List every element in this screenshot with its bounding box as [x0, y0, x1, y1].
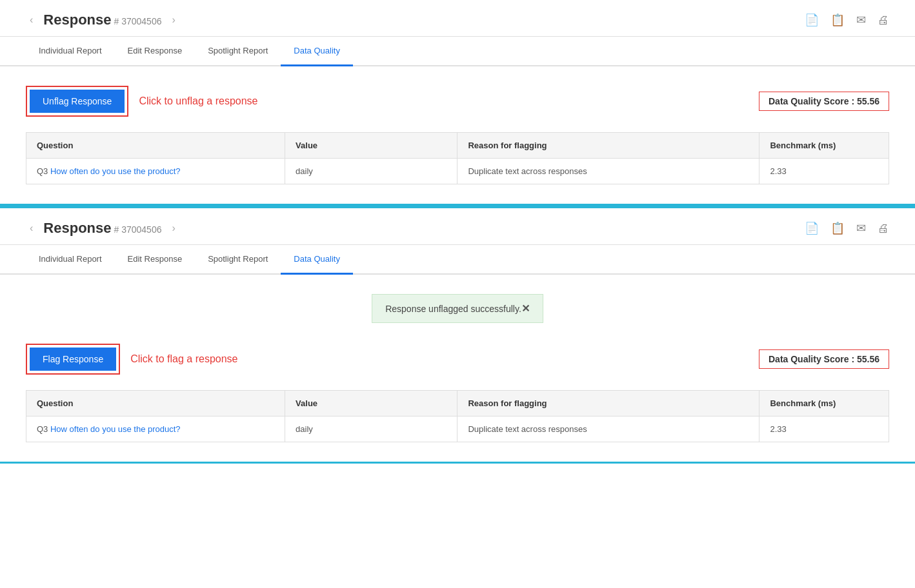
flag-hint: Click to flag a response	[130, 353, 237, 365]
header-actions: 📄 📋 ✉ 🖨	[805, 13, 889, 27]
prev-arrow[interactable]: ‹	[26, 13, 37, 27]
th-question-2: Question	[26, 391, 285, 416]
score-label: Data Quality Score	[769, 96, 849, 106]
unflag-hint: Click to unflag a response	[139, 95, 257, 107]
print-icon[interactable]: 🖨	[878, 14, 889, 27]
tab-spotlight[interactable]: Spotlight Report	[195, 37, 281, 66]
question-prefix: Q3	[37, 166, 50, 176]
notification-close[interactable]: ✕	[521, 302, 530, 315]
th-benchmark-2: Benchmark (ms)	[759, 391, 889, 416]
score-value: 55.56	[857, 96, 880, 106]
table-row-2: Q3 How often do you use the product? dai…	[26, 416, 889, 442]
content-before: Unflag Response Click to unflag a respon…	[0, 66, 915, 204]
header-nav-left-2: ‹ Response# 37004506 ›	[26, 220, 179, 237]
success-notification: Response unflagged successfully. ✕	[372, 294, 543, 323]
score-label-2: Data Quality Score	[769, 354, 849, 364]
flag-response-button[interactable]: Flag Response	[30, 348, 116, 371]
pdf-icon-2[interactable]: 📄	[805, 221, 819, 235]
tab-dataquality-2[interactable]: Data Quality	[281, 245, 353, 275]
action-row-after: Flag Response Click to flag a response D…	[26, 344, 889, 375]
score-separator: :	[849, 96, 857, 106]
response-label-2: Response	[43, 220, 111, 236]
pdf-icon[interactable]: 📄	[805, 13, 819, 27]
tab-edit-2[interactable]: Edit Response	[115, 245, 196, 275]
prev-arrow-2[interactable]: ‹	[26, 221, 37, 235]
excel-icon[interactable]: 📋	[830, 13, 845, 27]
tab-individual[interactable]: Individual Report	[26, 37, 115, 66]
response-label: Response	[43, 12, 111, 28]
table-row: Q3 How often do you use the product? dai…	[26, 159, 889, 184]
header-after: ‹ Response# 37004506 › 📄 📋 ✉ 🖨	[0, 208, 915, 245]
next-arrow-2[interactable]: ›	[168, 221, 179, 235]
email-icon-2[interactable]: ✉	[856, 221, 866, 235]
th-value: Value	[285, 133, 458, 159]
panel-after: ‹ Response# 37004506 › 📄 📋 ✉ 🖨 Individua…	[0, 208, 915, 464]
action-left-after: Flag Response Click to flag a response	[26, 344, 237, 375]
email-icon[interactable]: ✉	[856, 13, 866, 27]
score-value-2: 55.56	[857, 354, 880, 364]
th-reason: Reason for flagging	[458, 133, 759, 159]
cell-value-2: daily	[285, 416, 458, 442]
action-left-before: Unflag Response Click to unflag a respon…	[26, 86, 258, 117]
tab-dataquality[interactable]: Data Quality	[281, 37, 353, 66]
header-nav-left: ‹ Response# 37004506 ›	[26, 12, 179, 28]
cell-benchmark: 2.33	[759, 159, 889, 184]
unflag-button-box: Unflag Response	[26, 86, 128, 117]
question-link-2[interactable]: How often do you use the product?	[50, 424, 181, 434]
th-reason-2: Reason for flagging	[458, 391, 759, 416]
notification-text: Response unflagged successfully.	[385, 304, 521, 314]
flag-button-box: Flag Response	[26, 344, 120, 375]
cell-question: Q3 How often do you use the product?	[26, 159, 285, 184]
excel-icon-2[interactable]: 📋	[830, 221, 845, 235]
response-id-2: # 37004506	[114, 224, 161, 235]
content-after: Response unflagged successfully. ✕ Flag …	[0, 275, 915, 462]
data-quality-table-after: Question Value Reason for flagging Bench…	[26, 390, 889, 442]
cell-question-2: Q3 How often do you use the product?	[26, 416, 285, 442]
question-prefix-2: Q3	[37, 424, 50, 434]
panel-before: ‹ Response# 37004506 › 📄 📋 ✉ 🖨 Individua…	[0, 0, 915, 206]
action-row-before: Unflag Response Click to unflag a respon…	[26, 86, 889, 117]
th-value-2: Value	[285, 391, 458, 416]
cell-reason-2: Duplicate text across responses	[458, 416, 759, 442]
header-actions-2: 📄 📋 ✉ 🖨	[805, 221, 889, 235]
th-benchmark: Benchmark (ms)	[759, 133, 889, 159]
tabs-after: Individual Report Edit Response Spotligh…	[0, 245, 915, 275]
score-separator-2: :	[849, 354, 857, 364]
cell-reason: Duplicate text across responses	[458, 159, 759, 184]
unflag-response-button[interactable]: Unflag Response	[30, 90, 125, 113]
data-quality-score-box: Data Quality Score : 55.56	[759, 92, 889, 111]
data-quality-score-box-2: Data Quality Score : 55.56	[759, 349, 889, 369]
tab-edit[interactable]: Edit Response	[115, 37, 196, 66]
response-id: # 37004506	[114, 16, 161, 26]
cell-value: daily	[285, 159, 458, 184]
response-title: Response# 37004506	[43, 12, 161, 28]
th-question: Question	[26, 133, 285, 159]
print-icon-2[interactable]: 🖨	[878, 222, 889, 235]
tabs-before: Individual Report Edit Response Spotligh…	[0, 37, 915, 66]
data-quality-table-before: Question Value Reason for flagging Bench…	[26, 132, 889, 184]
tab-spotlight-2[interactable]: Spotlight Report	[195, 245, 281, 275]
tab-individual-2[interactable]: Individual Report	[26, 245, 115, 275]
header-before: ‹ Response# 37004506 › 📄 📋 ✉ 🖨	[0, 0, 915, 37]
response-title-2: Response# 37004506	[43, 220, 161, 237]
cell-benchmark-2: 2.33	[759, 416, 889, 442]
next-arrow[interactable]: ›	[168, 13, 179, 27]
question-link[interactable]: How often do you use the product?	[50, 166, 181, 176]
